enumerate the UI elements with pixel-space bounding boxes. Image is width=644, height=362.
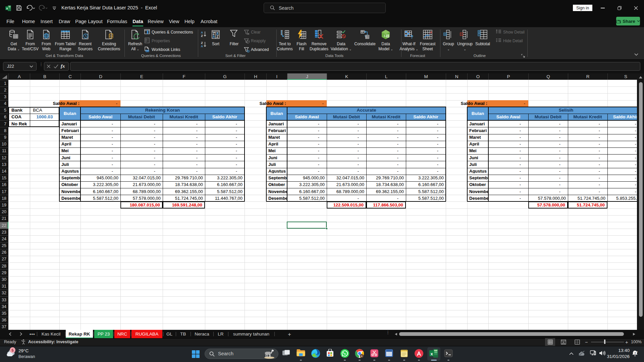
svg-text:x: x (430, 351, 433, 356)
svg-text:Z: Z (201, 41, 203, 45)
svg-text:A: A (201, 31, 203, 34)
svg-text:?: ? (411, 34, 414, 40)
svg-text:z: z (635, 352, 636, 354)
svg-text:x: x (6, 7, 8, 10)
svg-text:Z: Z (201, 34, 203, 37)
svg-text:A: A (201, 45, 203, 48)
svg-text:A: A (213, 35, 215, 39)
svg-text:Z: Z (216, 35, 218, 39)
svg-text:z: z (636, 350, 638, 353)
